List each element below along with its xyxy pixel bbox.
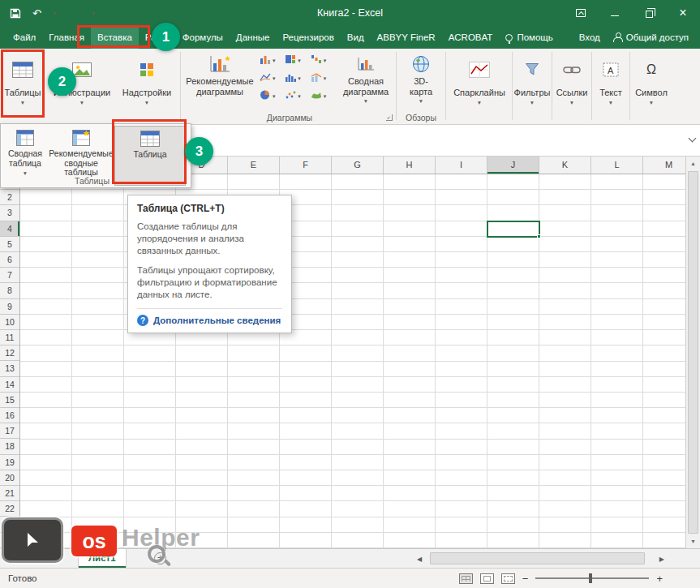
status-bar-right: − +	[459, 573, 700, 584]
map-3d-button[interactable]: 3D-карта ▾	[398, 50, 444, 112]
vertical-scrollbar[interactable]: ▲ ▼	[685, 157, 700, 548]
row-header-11[interactable]: 11	[0, 330, 19, 346]
insert-scatter-chart-button[interactable]: ▾	[283, 89, 308, 103]
hscroll-left-icon[interactable]: ◀	[417, 556, 422, 563]
column-header-J[interactable]: J	[487, 157, 539, 174]
normal-view-button[interactable]	[459, 573, 473, 584]
row-header-17[interactable]: 17	[0, 423, 19, 439]
tab-help[interactable]: Помощь	[499, 26, 559, 49]
pivot-table-button[interactable]: Сводная таблица ▾	[2, 126, 48, 178]
row-header-6[interactable]: 6	[0, 252, 19, 268]
insert-line-chart-button[interactable]: ▾	[258, 71, 283, 85]
sparkline-icon	[469, 58, 490, 81]
row-header-7[interactable]: 7	[0, 268, 19, 283]
recommended-charts-button[interactable]: Рекомендуемые диаграммы	[185, 50, 255, 112]
vscroll-thumb[interactable]	[688, 171, 698, 534]
tab-abbyy-finereader[interactable]: ABBYY FineR	[371, 26, 442, 49]
zoom-out-button[interactable]: −	[522, 573, 529, 584]
tab-review[interactable]: Рецензиров	[276, 26, 340, 49]
row-header-4[interactable]: 4	[0, 221, 19, 237]
row-header-18[interactable]: 18	[0, 439, 19, 454]
insert-combo-chart-button[interactable]: ▾	[309, 71, 334, 85]
zoom-in-button[interactable]: +	[656, 573, 663, 584]
customize-qat-icon[interactable]: ▾	[92, 11, 95, 17]
selected-cell[interactable]	[487, 221, 540, 238]
insert-hierarchy-chart-button[interactable]: ▾	[283, 54, 308, 67]
tooltip-body-1: Создание таблицы для упорядочения и анал…	[137, 221, 282, 258]
column-header-M[interactable]: M	[643, 157, 685, 174]
tab-file[interactable]: Файл	[6, 26, 42, 49]
row-header-8[interactable]: 8	[0, 283, 19, 298]
column-header-I[interactable]: I	[436, 157, 487, 174]
tab-acrobat[interactable]: ACROBAT	[442, 26, 500, 49]
filters-button[interactable]: Фильтры ▾	[513, 50, 551, 118]
insert-statistic-chart-button[interactable]: ▾	[283, 71, 308, 85]
column-chart-icon	[260, 54, 271, 67]
save-icon[interactable]	[10, 8, 21, 19]
minimize-icon[interactable]	[598, 0, 632, 26]
column-header-G[interactable]: G	[332, 157, 384, 174]
more-info-link[interactable]: ? Дополнительные сведения	[137, 315, 282, 326]
fill-handle[interactable]	[537, 234, 541, 238]
restore-icon[interactable]	[632, 0, 666, 26]
tab-data[interactable]: Данные	[230, 26, 277, 49]
dropdown-arrow-icon: ▾	[364, 98, 367, 105]
step-badge-1: 1	[152, 23, 180, 51]
horizontal-scrollbar[interactable]	[428, 552, 651, 564]
hscroll-thumb[interactable]	[430, 552, 645, 564]
tab-formulas[interactable]: Формулы	[176, 26, 230, 49]
formula-bar-collapse-icon[interactable]	[689, 135, 697, 143]
sheet-grid[interactable]: 123456789101112131415161718192021222324	[0, 174, 685, 548]
row-header-15[interactable]: 15	[0, 393, 19, 408]
row-header-16[interactable]: 16	[0, 408, 19, 423]
cells-area[interactable]	[20, 174, 685, 548]
zoom-slider-thumb[interactable]	[589, 573, 592, 583]
row-header-12[interactable]: 12	[0, 346, 19, 361]
column-header-H[interactable]: H	[384, 157, 436, 174]
ribbon-display-options-icon[interactable]	[564, 0, 598, 26]
text-button[interactable]: A Текст ▾	[593, 50, 629, 118]
symbols-button[interactable]: Ω Символ ▾	[631, 50, 672, 118]
row-header-21[interactable]: 21	[0, 486, 19, 501]
tab-view[interactable]: Вид	[341, 26, 371, 49]
dropdown-arrow-icon: ▾	[298, 75, 301, 82]
hierarchy-chart-icon	[285, 54, 296, 67]
vscroll-down-icon[interactable]: ▼	[686, 539, 700, 544]
insert-waterfall-chart-button[interactable]: ▾	[309, 54, 334, 67]
undo-icon[interactable]: ↶	[32, 8, 41, 19]
hscroll-right-icon[interactable]: ▶	[659, 556, 664, 563]
column-header-K[interactable]: K	[539, 157, 591, 174]
row-header-22[interactable]: 22	[0, 501, 19, 517]
links-button[interactable]: Ссылки ▾	[553, 50, 590, 118]
close-icon[interactable]: ×	[666, 0, 700, 26]
row-header-3[interactable]: 3	[0, 205, 19, 221]
row-header-5[interactable]: 5	[0, 237, 19, 252]
row-header-13[interactable]: 13	[0, 361, 19, 376]
column-header-F[interactable]: F	[280, 157, 332, 174]
page-break-view-button[interactable]	[501, 573, 515, 584]
vscroll-up-icon[interactable]: ▲	[686, 161, 700, 166]
pivot-chart-button[interactable]: Сводная диаграмма ▾	[337, 50, 394, 112]
row-headers: 123456789101112131415161718192021222324	[0, 174, 20, 548]
share-button[interactable]: Общий доступ	[607, 26, 695, 49]
row-header-2[interactable]: 2	[0, 190, 19, 205]
row-header-10[interactable]: 10	[0, 315, 19, 330]
recommended-pivot-tables-button[interactable]: Рекомендуемые сводные таблицы	[49, 126, 113, 178]
page-layout-view-button[interactable]	[480, 573, 494, 584]
insert-column-chart-button[interactable]: ▾	[258, 54, 283, 67]
row-header-9[interactable]: 9	[0, 299, 19, 315]
dropdown-arrow-icon: ▾	[145, 100, 148, 106]
insert-map-chart-button[interactable]: ▾	[309, 89, 334, 103]
sign-in-button[interactable]: Вход	[573, 26, 607, 49]
row-header-20[interactable]: 20	[0, 470, 19, 486]
row-header-19[interactable]: 19	[0, 455, 19, 470]
insert-pie-chart-button[interactable]: ▾	[258, 89, 283, 103]
column-header-E[interactable]: E	[228, 157, 280, 174]
dialog-launcher-icon[interactable]	[386, 114, 393, 121]
undo-dropdown-caret-icon[interactable]: ▾	[53, 11, 56, 17]
sparklines-button[interactable]: Спарклайны ▾	[448, 50, 511, 118]
column-header-L[interactable]: L	[591, 157, 643, 174]
addins-button[interactable]: Надстройки ▾	[120, 50, 174, 118]
row-header-14[interactable]: 14	[0, 377, 19, 393]
zoom-slider[interactable]	[535, 577, 649, 579]
